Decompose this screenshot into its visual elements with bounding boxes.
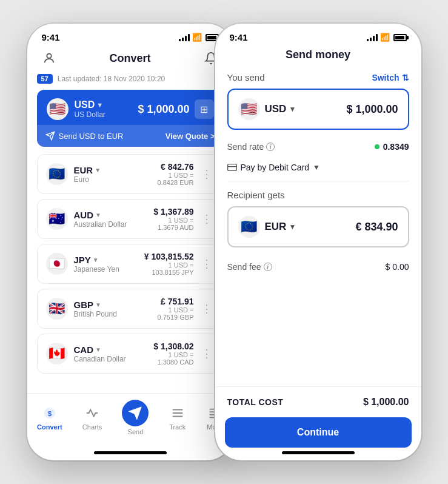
send-bar[interactable]: Send USD to EUR View Quote > [37, 125, 224, 147]
phone-2-content: You send Switch ⇅ 🇺🇸 USD ▼ [215, 67, 421, 448]
you-send-label: You send [227, 72, 265, 82]
eur-name: Euro [74, 175, 101, 184]
send-fee-label: Send fee i [227, 262, 272, 272]
cad-left: 🇨🇦 CAD ▼ Canadian Dollar [46, 343, 126, 365]
tab-send[interactable]: Send [122, 400, 149, 435]
recipient-currency-selector[interactable]: 🇪🇺 EUR ▼ [238, 216, 296, 238]
nav-header-1: Convert [27, 46, 233, 74]
total-cost-value: $ 1,000.00 [363, 397, 409, 408]
main-currency-name: US Dollar [75, 110, 105, 119]
update-badge: 57 [37, 74, 53, 84]
recipient-card[interactable]: 🇪🇺 EUR ▼ € 834.90 [227, 206, 409, 247]
eur-flag: 🇪🇺 [46, 163, 68, 185]
main-currency-amount: $ 1,000.00 [138, 103, 189, 116]
jpy-right: ¥ 103,815.52 1 USD = 103.8155 JPY ⋮ [144, 252, 215, 276]
aud-rate: 1 USD = 1.3679 AUD [153, 217, 193, 231]
tab-charts[interactable]: Charts [82, 405, 102, 431]
aud-dropdown: ▼ [95, 212, 101, 218]
jpy-info: JPY ▼ Japanese Yen [74, 255, 119, 274]
gbp-amounts: £ 751.91 1 USD = 0.7519 GBP [158, 297, 194, 321]
cad-name: Canadian Dollar [74, 355, 126, 363]
usd-flag: 🇺🇸 [47, 98, 69, 120]
eur-left: 🇪🇺 EUR ▼ Euro [46, 163, 101, 185]
dollar-icon: $ [41, 405, 58, 422]
aud-right: $ 1,367.89 1 USD = 1.3679 AUD ⋮ [153, 207, 214, 231]
tab-send-label: Send [128, 428, 144, 435]
charts-icon [84, 405, 101, 422]
status-bar-2: 9:41 📶 [215, 24, 421, 46]
eur-amount: € 842.76 [158, 162, 194, 172]
cad-dropdown: ▼ [95, 346, 101, 353]
view-quote-btn[interactable]: View Quote > [165, 132, 215, 141]
gbp-rate: 1 USD = 0.7519 GBP [158, 306, 194, 321]
home-indicator-2 [282, 451, 355, 454]
send-section: You send Switch ⇅ 🇺🇸 USD ▼ [215, 67, 421, 386]
total-cost-label: TOTAL COST [227, 397, 284, 407]
aud-amount: $ 1,367.89 [153, 207, 193, 217]
send-amount: $ 1,000.00 [346, 103, 398, 116]
pay-method-row[interactable]: Pay by Debit Card ▼ [227, 158, 409, 181]
list-item[interactable]: 🇬🇧 GBP ▼ British Pound £ 751.91 [37, 289, 224, 329]
recipient-currency-chevron: ▼ [289, 223, 296, 231]
aud-code: AUD ▼ [74, 210, 127, 220]
cad-info: CAD ▼ Canadian Dollar [74, 345, 126, 363]
jpy-rate: 1 USD = 103.8155 JPY [144, 261, 194, 276]
send-currency-chevron: ▼ [289, 105, 296, 113]
status-time-2: 9:41 [230, 32, 248, 42]
jpy-more-btn[interactable]: ⋮ [199, 257, 215, 271]
recipient-currency-code: EUR ▼ [265, 221, 296, 233]
send-currency-selector[interactable]: 🇺🇸 USD ▼ [238, 98, 296, 120]
last-updated-bar: 57 Last updated: 18 Nov 2020 10:20 [37, 74, 224, 84]
list-item[interactable]: 🇦🇺 AUD ▼ Australian Dollar $ 1,367.89 [37, 199, 224, 239]
main-card-row: 🇺🇸 USD ▼ US Dollar $ 1,000.00 ⊞ [47, 98, 214, 120]
gbp-more-btn[interactable]: ⋮ [199, 302, 215, 315]
cad-more-btn[interactable]: ⋮ [199, 347, 215, 360]
status-icons-1: 📶 [179, 33, 219, 42]
list-item[interactable]: 🇨🇦 CAD ▼ Canadian Dollar $ 1,308.02 [37, 334, 224, 374]
recipient-amount: € 834.90 [355, 221, 398, 234]
send-fee-info-icon[interactable]: i [264, 263, 272, 271]
cad-amounts: $ 1,308.02 1 USD = 1.3080 CAD [153, 341, 193, 366]
list-item[interactable]: 🇯🇵 JPY ▼ Japanese Yen ¥ 103,815.52 [37, 244, 224, 284]
svg-marker-6 [130, 408, 141, 418]
pay-method-chevron: ▼ [313, 163, 320, 172]
send-flag: 🇺🇸 [238, 98, 260, 120]
aud-more-btn[interactable]: ⋮ [199, 212, 215, 226]
phone-2: 9:41 📶 Send money You send S [215, 24, 421, 460]
tab-bar-1: $ Convert Charts Send [27, 393, 233, 448]
status-time-1: 9:41 [42, 32, 60, 42]
tab-track[interactable]: Track [169, 405, 186, 431]
list-item[interactable]: 🇪🇺 EUR ▼ Euro € 842.76 [37, 154, 224, 194]
aud-left: 🇦🇺 AUD ▼ Australian Dollar [46, 208, 127, 230]
aud-name: Australian Dollar [74, 220, 127, 229]
send-fee-row: Send fee i $ 0.00 [227, 256, 409, 278]
send-rate-info-icon[interactable]: i [266, 143, 275, 151]
jpy-left: 🇯🇵 JPY ▼ Japanese Yen [46, 253, 119, 275]
gbp-left: 🇬🇧 GBP ▼ British Pound [46, 298, 117, 320]
calculator-icon[interactable]: ⊞ [195, 99, 214, 119]
recipient-gets-label: Recipient gets [227, 190, 409, 200]
pay-method-label: Pay by Debit Card [241, 163, 310, 172]
eur-amounts: € 842.76 1 USD = 0.8428 EUR [158, 162, 194, 186]
home-indicator-1 [94, 451, 167, 454]
page-title-1: Convert [109, 52, 150, 65]
gbp-name: British Pound [74, 310, 117, 318]
continue-button[interactable]: Continue [225, 417, 412, 448]
jpy-name: Japanese Yen [74, 265, 119, 274]
you-send-card[interactable]: 🇺🇸 USD ▼ $ 1,000.00 [227, 89, 409, 130]
person-icon[interactable] [39, 49, 59, 68]
send-rate-value: 0.8349 [375, 142, 409, 152]
cad-right: $ 1,308.02 1 USD = 1.3080 CAD ⋮ [153, 341, 214, 366]
eur-info: EUR ▼ Euro [74, 165, 101, 184]
eur-more-btn[interactable]: ⋮ [199, 167, 215, 181]
send-rate-row: Send rate i 0.8349 [227, 138, 409, 155]
recipient-flag: 🇪🇺 [238, 216, 260, 238]
send-label: Send USD to EUR [45, 131, 124, 141]
main-currency-card[interactable]: 🇺🇸 USD ▼ US Dollar $ 1,000.00 ⊞ [37, 90, 224, 147]
tab-convert-label: Convert [37, 423, 62, 431]
cad-rate: 1 USD = 1.3080 CAD [153, 351, 193, 366]
track-icon [169, 405, 186, 422]
switch-button[interactable]: Switch ⇅ [372, 73, 409, 82]
svg-rect-14 [227, 164, 236, 171]
tab-convert[interactable]: $ Convert [37, 405, 62, 431]
